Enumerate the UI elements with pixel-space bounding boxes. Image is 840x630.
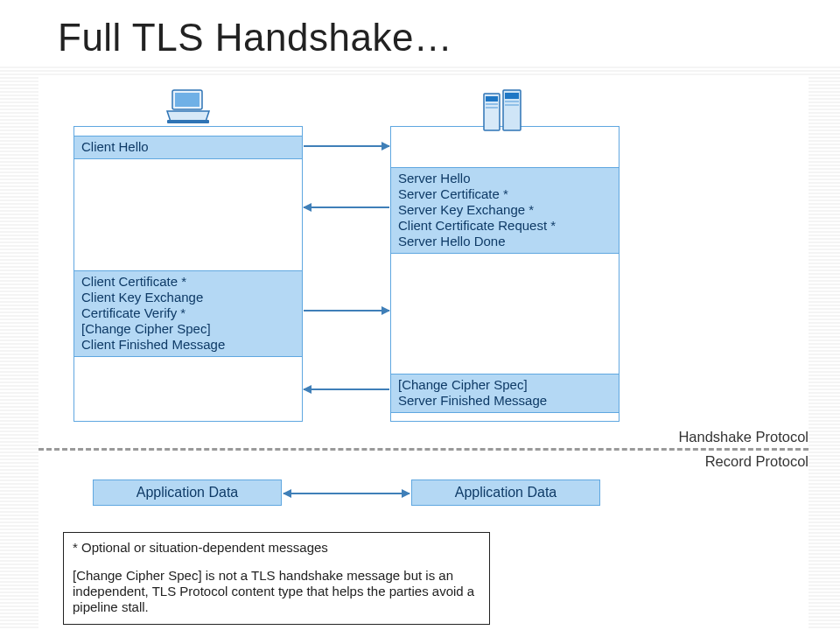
- server-lane: Server Hello Server Certificate * Server…: [390, 126, 620, 422]
- page: Full TLS Handshake… Client Hello Client …: [0, 0, 840, 630]
- client-step-1: Client Hello: [74, 136, 302, 159]
- client-step-3: Client Certificate * Client Key Exchange…: [74, 270, 302, 357]
- protocol-divider: [38, 448, 808, 451]
- server-step-4: [Change Cipher Spec] Server Finished Mes…: [391, 374, 619, 413]
- label-handshake-protocol: Handshake Protocol: [678, 429, 808, 445]
- laptop-icon: [164, 88, 213, 129]
- msg: Certificate Verify *: [81, 305, 295, 321]
- server-icon: [480, 88, 529, 137]
- svg-rect-2: [167, 120, 209, 123]
- arrow-appdata: [284, 493, 410, 494]
- arrow-client-key: [304, 310, 389, 312]
- msg: Client Certificate *: [81, 274, 295, 290]
- arrow-server-finished: [304, 388, 389, 390]
- msg: Server Key Exchange *: [398, 202, 612, 218]
- svg-rect-10: [505, 104, 519, 106]
- msg: [Change Cipher Spec]: [81, 321, 295, 337]
- msg: Server Hello Done: [398, 234, 612, 249]
- msg: Client Certificate Request *: [398, 218, 612, 234]
- svg-rect-9: [505, 101, 519, 102]
- arrow-server-hello: [304, 206, 389, 208]
- msg: Client Hello: [81, 139, 295, 155]
- arrow-client-hello: [304, 145, 389, 147]
- appdata-server: Application Data: [411, 480, 600, 506]
- msg: [Change Cipher Spec]: [398, 377, 612, 393]
- appdata-client: Application Data: [93, 480, 282, 506]
- msg: Server Hello: [398, 171, 612, 186]
- label-record-protocol: Record Protocol: [705, 453, 808, 470]
- diagram-area: Client Hello Client Certificate * Client…: [38, 75, 808, 630]
- svg-rect-4: [486, 96, 498, 102]
- server-step-2: Server Hello Server Certificate * Server…: [391, 167, 619, 254]
- msg: Server Finished Message: [398, 393, 612, 409]
- msg: Server Certificate *: [398, 186, 612, 202]
- footnote-line: [Change Cipher Spec] is not a TLS handsh…: [73, 568, 480, 615]
- client-lane: Client Hello Client Certificate * Client…: [74, 126, 303, 422]
- msg: Client Key Exchange: [81, 290, 295, 305]
- msg: Client Finished Message: [81, 337, 295, 353]
- svg-rect-8: [505, 93, 519, 99]
- footnote-line: * Optional or situation-dependent messag…: [73, 540, 480, 556]
- svg-rect-1: [175, 93, 200, 107]
- svg-rect-5: [486, 103, 498, 105]
- footnote-box: * Optional or situation-dependent messag…: [63, 532, 490, 625]
- svg-rect-6: [486, 107, 498, 108]
- page-title: Full TLS Handshake…: [0, 0, 840, 65]
